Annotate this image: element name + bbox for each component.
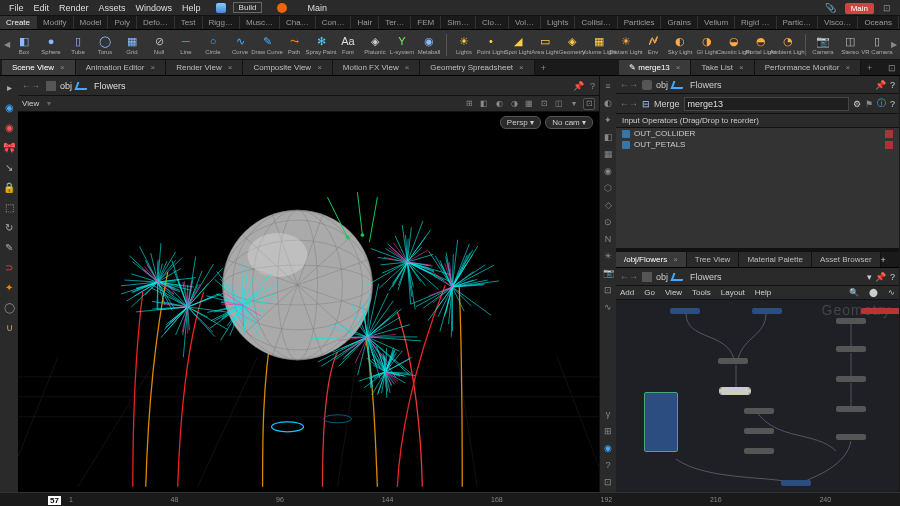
- shelf-tab[interactable]: Collisi…: [575, 16, 617, 29]
- menu-help[interactable]: Help: [177, 3, 206, 13]
- param-tab[interactable]: Performance Monitor×: [755, 60, 861, 75]
- menu-windows[interactable]: Windows: [131, 3, 178, 13]
- nav-back-icon[interactable]: ←→: [22, 81, 40, 91]
- shelf-tab[interactable]: Ter…: [379, 16, 411, 29]
- net-path-node[interactable]: Flowers: [690, 272, 722, 282]
- shelf-tab[interactable]: Vol…: [509, 16, 541, 29]
- shelf-tabs[interactable]: CreateModifyModelPolyDefo…TestRigg…Musc……: [0, 16, 900, 30]
- shelf-tab[interactable]: Test: [175, 16, 203, 29]
- shelf-item[interactable]: ◈Platonic: [362, 31, 388, 58]
- net-wire-icon[interactable]: ∿: [888, 288, 895, 297]
- network-node[interactable]: [752, 308, 782, 314]
- shelf-tab[interactable]: Particles: [618, 16, 662, 29]
- scene-tab[interactable]: Render View×: [166, 60, 243, 75]
- tool-snap-icon[interactable]: ◉: [0, 120, 18, 134]
- scene-tabs[interactable]: Scene View×Animation Editor×Render View×…: [0, 60, 617, 76]
- tool-color-icon[interactable]: ◉: [0, 100, 18, 114]
- disp-icon[interactable]: ✦: [600, 114, 616, 126]
- param-name-input[interactable]: [684, 97, 849, 111]
- tool-arrow-icon[interactable]: ↘: [0, 160, 18, 174]
- display-flag-icon[interactable]: [622, 130, 630, 138]
- cam-badge[interactable]: No cam ▾: [545, 116, 593, 129]
- window-pin-icon[interactable]: ⊡: [878, 3, 896, 13]
- vp-icon[interactable]: ⊞: [463, 98, 475, 110]
- close-icon[interactable]: ×: [676, 63, 681, 72]
- shelf-tab[interactable]: Cha…: [280, 16, 316, 29]
- menu-render[interactable]: Render: [54, 3, 94, 13]
- shelf-item[interactable]: 📷Camera: [810, 31, 836, 58]
- shelf-item[interactable]: ✎Draw Curve: [254, 31, 280, 58]
- viewport-path[interactable]: obj Flowers: [46, 81, 126, 91]
- network-node[interactable]: [836, 318, 866, 324]
- shelf-item[interactable]: ◔Ambient Light: [775, 31, 801, 58]
- param-tab[interactable]: ✎ merge13×: [619, 60, 691, 75]
- shelf-tab[interactable]: Musc…: [240, 16, 280, 29]
- disp-icon[interactable]: ≡: [600, 80, 616, 92]
- delete-icon[interactable]: [885, 130, 893, 138]
- param-tabs[interactable]: ✎ merge13×Take List×Performance Monitor×…: [617, 60, 900, 76]
- vp-icon[interactable]: ⊡: [538, 98, 550, 110]
- shelf-tab[interactable]: Partic…: [777, 16, 818, 29]
- info-icon[interactable]: ⓘ: [877, 97, 886, 110]
- disp-icon[interactable]: ⊙: [600, 216, 616, 228]
- disp-icon[interactable]: ⊡: [600, 284, 616, 296]
- vp-icon[interactable]: ▦: [523, 98, 535, 110]
- shelf-tab[interactable]: Oceans: [858, 16, 899, 29]
- viewport-path-bar[interactable]: ←→ obj Flowers 📌 ?: [18, 76, 599, 96]
- nav-icon[interactable]: ←→: [620, 99, 638, 109]
- shelf-item[interactable]: ─Line: [173, 31, 199, 58]
- disp-icon[interactable]: ▦: [600, 148, 616, 160]
- tool-torus-icon[interactable]: ◯: [0, 300, 18, 314]
- shelf-item[interactable]: ◫Stereo: [837, 31, 863, 58]
- disp-icon[interactable]: ⊡: [600, 476, 616, 488]
- network-node-selected[interactable]: [720, 388, 750, 394]
- network-tab[interactable]: Asset Browser: [812, 252, 881, 267]
- disp-icon[interactable]: ∿: [600, 301, 616, 313]
- nav-icon[interactable]: ←→: [620, 80, 638, 90]
- param-path-bar[interactable]: ←→ obj Flowers 📌 ?: [616, 76, 899, 94]
- help-icon[interactable]: ?: [890, 272, 895, 282]
- shelf-item[interactable]: ▯Tube: [65, 31, 91, 58]
- param-row[interactable]: OUT_PETALS: [616, 139, 899, 150]
- flag-icon[interactable]: ⚑: [865, 99, 873, 109]
- disp-icon[interactable]: ◉: [600, 165, 616, 177]
- disp-icon[interactable]: N: [600, 233, 616, 245]
- vp-icon[interactable]: ⊡: [583, 98, 595, 110]
- left-toolbar[interactable]: ▸ ◉ ◉ 🎀 ↘ 🔒 ⬚ ↻ ✎ ⊃ ✦ ◯ ∪: [0, 76, 18, 492]
- net-search-icon[interactable]: 🔍: [849, 288, 859, 297]
- shelf-item[interactable]: ◧Box: [11, 31, 37, 58]
- path-obj[interactable]: obj: [60, 81, 72, 91]
- shelf-tab[interactable]: Modify: [37, 16, 74, 29]
- param-path-obj[interactable]: obj: [656, 80, 668, 90]
- network-node[interactable]: [781, 480, 811, 486]
- shelf-tab[interactable]: Lights: [541, 16, 575, 29]
- menubar[interactable]: File Edit Render Assets Windows Help Bui…: [0, 0, 900, 16]
- disp-icon[interactable]: ◧: [600, 131, 616, 143]
- shelf-tab[interactable]: Con…: [316, 16, 352, 29]
- add-tab-icon[interactable]: +: [881, 255, 886, 265]
- shelf-item[interactable]: ◯Torus: [92, 31, 118, 58]
- shelf-tab[interactable]: Clo…: [476, 16, 509, 29]
- net-path-obj[interactable]: obj: [656, 272, 668, 282]
- add-tab-icon[interactable]: +: [861, 63, 878, 73]
- add-tab-icon[interactable]: +: [535, 63, 552, 73]
- shelf-item[interactable]: 🗲Env: [640, 31, 666, 58]
- help-icon[interactable]: ?: [890, 99, 895, 109]
- disp-icon[interactable]: 📷: [600, 267, 616, 279]
- network-subnet[interactable]: [644, 392, 678, 452]
- close-icon[interactable]: ×: [739, 63, 744, 72]
- shelf-item[interactable]: ◢Spot Light: [505, 31, 531, 58]
- menu-edit[interactable]: Edit: [29, 3, 55, 13]
- vp-icon[interactable]: ◫: [553, 98, 565, 110]
- vp-icon[interactable]: ◑: [508, 98, 520, 110]
- shelf-scroll-right-icon[interactable]: ▶: [891, 40, 897, 49]
- close-icon[interactable]: ×: [228, 63, 233, 72]
- network-menu-item[interactable]: Help: [755, 288, 771, 297]
- shelf-item[interactable]: ∿Curve: [227, 31, 253, 58]
- tool-tie-icon[interactable]: 🎀: [0, 140, 18, 154]
- help-icon[interactable]: ?: [590, 81, 595, 91]
- viewport-display-options[interactable]: ≡◐ ✦◧ ▦◉ ⬡◇ ⊙N ☀📷 ⊡∿ γ⊞ ◉? ⊡: [600, 76, 616, 492]
- tool-axis-icon[interactable]: ✦: [0, 280, 18, 294]
- tool-select-icon[interactable]: ▸: [0, 80, 18, 94]
- disp-icon[interactable]: ◉: [600, 442, 616, 454]
